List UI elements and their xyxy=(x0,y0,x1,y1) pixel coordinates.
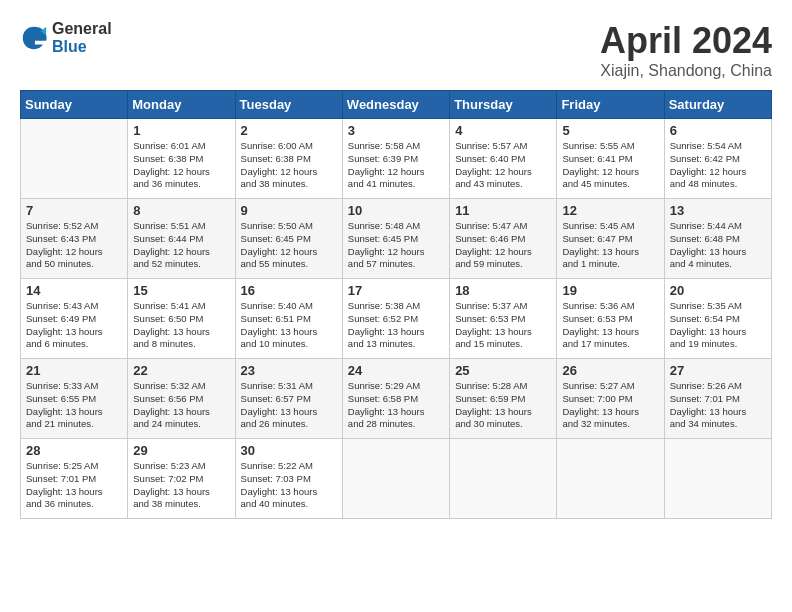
calendar-cell xyxy=(557,439,664,519)
page-header: General Blue April 2024 Xiajin, Shandong… xyxy=(20,20,772,80)
day-info: Sunrise: 5:52 AM Sunset: 6:43 PM Dayligh… xyxy=(26,220,122,271)
calendar-cell: 7Sunrise: 5:52 AM Sunset: 6:43 PM Daylig… xyxy=(21,199,128,279)
day-number: 1 xyxy=(133,123,229,138)
calendar-week-3: 14Sunrise: 5:43 AM Sunset: 6:49 PM Dayli… xyxy=(21,279,772,359)
calendar-cell: 9Sunrise: 5:50 AM Sunset: 6:45 PM Daylig… xyxy=(235,199,342,279)
day-number: 20 xyxy=(670,283,766,298)
calendar-cell: 30Sunrise: 5:22 AM Sunset: 7:03 PM Dayli… xyxy=(235,439,342,519)
day-number: 19 xyxy=(562,283,658,298)
logo-text: General Blue xyxy=(52,20,112,55)
day-number: 4 xyxy=(455,123,551,138)
calendar-cell: 13Sunrise: 5:44 AM Sunset: 6:48 PM Dayli… xyxy=(664,199,771,279)
day-info: Sunrise: 5:33 AM Sunset: 6:55 PM Dayligh… xyxy=(26,380,122,431)
day-number: 12 xyxy=(562,203,658,218)
day-header-thursday: Thursday xyxy=(450,91,557,119)
day-header-tuesday: Tuesday xyxy=(235,91,342,119)
day-number: 25 xyxy=(455,363,551,378)
day-info: Sunrise: 5:45 AM Sunset: 6:47 PM Dayligh… xyxy=(562,220,658,271)
day-number: 11 xyxy=(455,203,551,218)
day-number: 15 xyxy=(133,283,229,298)
calendar-cell: 10Sunrise: 5:48 AM Sunset: 6:45 PM Dayli… xyxy=(342,199,449,279)
day-info: Sunrise: 5:43 AM Sunset: 6:49 PM Dayligh… xyxy=(26,300,122,351)
location-subtitle: Xiajin, Shandong, China xyxy=(600,62,772,80)
calendar-cell: 19Sunrise: 5:36 AM Sunset: 6:53 PM Dayli… xyxy=(557,279,664,359)
day-number: 18 xyxy=(455,283,551,298)
calendar-cell: 17Sunrise: 5:38 AM Sunset: 6:52 PM Dayli… xyxy=(342,279,449,359)
logo-general: General xyxy=(52,20,112,38)
day-info: Sunrise: 5:38 AM Sunset: 6:52 PM Dayligh… xyxy=(348,300,444,351)
day-number: 5 xyxy=(562,123,658,138)
calendar-cell xyxy=(342,439,449,519)
day-info: Sunrise: 5:41 AM Sunset: 6:50 PM Dayligh… xyxy=(133,300,229,351)
calendar-cell: 6Sunrise: 5:54 AM Sunset: 6:42 PM Daylig… xyxy=(664,119,771,199)
calendar-cell: 27Sunrise: 5:26 AM Sunset: 7:01 PM Dayli… xyxy=(664,359,771,439)
calendar-cell: 15Sunrise: 5:41 AM Sunset: 6:50 PM Dayli… xyxy=(128,279,235,359)
day-number: 27 xyxy=(670,363,766,378)
calendar-week-5: 28Sunrise: 5:25 AM Sunset: 7:01 PM Dayli… xyxy=(21,439,772,519)
day-header-sunday: Sunday xyxy=(21,91,128,119)
logo-blue: Blue xyxy=(52,38,112,56)
calendar-cell: 29Sunrise: 5:23 AM Sunset: 7:02 PM Dayli… xyxy=(128,439,235,519)
calendar-cell xyxy=(21,119,128,199)
day-info: Sunrise: 5:35 AM Sunset: 6:54 PM Dayligh… xyxy=(670,300,766,351)
calendar-header-row: SundayMondayTuesdayWednesdayThursdayFrid… xyxy=(21,91,772,119)
day-info: Sunrise: 5:32 AM Sunset: 6:56 PM Dayligh… xyxy=(133,380,229,431)
day-number: 14 xyxy=(26,283,122,298)
day-number: 6 xyxy=(670,123,766,138)
calendar-cell: 25Sunrise: 5:28 AM Sunset: 6:59 PM Dayli… xyxy=(450,359,557,439)
calendar-cell: 23Sunrise: 5:31 AM Sunset: 6:57 PM Dayli… xyxy=(235,359,342,439)
day-number: 7 xyxy=(26,203,122,218)
calendar-cell: 21Sunrise: 5:33 AM Sunset: 6:55 PM Dayli… xyxy=(21,359,128,439)
day-info: Sunrise: 5:23 AM Sunset: 7:02 PM Dayligh… xyxy=(133,460,229,511)
title-block: April 2024 Xiajin, Shandong, China xyxy=(600,20,772,80)
day-info: Sunrise: 5:36 AM Sunset: 6:53 PM Dayligh… xyxy=(562,300,658,351)
day-number: 9 xyxy=(241,203,337,218)
day-info: Sunrise: 5:29 AM Sunset: 6:58 PM Dayligh… xyxy=(348,380,444,431)
day-info: Sunrise: 5:27 AM Sunset: 7:00 PM Dayligh… xyxy=(562,380,658,431)
calendar-cell: 5Sunrise: 5:55 AM Sunset: 6:41 PM Daylig… xyxy=(557,119,664,199)
day-info: Sunrise: 5:57 AM Sunset: 6:40 PM Dayligh… xyxy=(455,140,551,191)
calendar-cell: 3Sunrise: 5:58 AM Sunset: 6:39 PM Daylig… xyxy=(342,119,449,199)
day-info: Sunrise: 5:28 AM Sunset: 6:59 PM Dayligh… xyxy=(455,380,551,431)
day-info: Sunrise: 5:37 AM Sunset: 6:53 PM Dayligh… xyxy=(455,300,551,351)
calendar-cell: 26Sunrise: 5:27 AM Sunset: 7:00 PM Dayli… xyxy=(557,359,664,439)
month-title: April 2024 xyxy=(600,20,772,62)
day-number: 16 xyxy=(241,283,337,298)
day-number: 29 xyxy=(133,443,229,458)
day-info: Sunrise: 6:01 AM Sunset: 6:38 PM Dayligh… xyxy=(133,140,229,191)
calendar-week-4: 21Sunrise: 5:33 AM Sunset: 6:55 PM Dayli… xyxy=(21,359,772,439)
day-info: Sunrise: 5:26 AM Sunset: 7:01 PM Dayligh… xyxy=(670,380,766,431)
logo: General Blue xyxy=(20,20,112,55)
day-number: 23 xyxy=(241,363,337,378)
calendar-cell: 22Sunrise: 5:32 AM Sunset: 6:56 PM Dayli… xyxy=(128,359,235,439)
calendar-cell xyxy=(664,439,771,519)
day-info: Sunrise: 5:40 AM Sunset: 6:51 PM Dayligh… xyxy=(241,300,337,351)
day-info: Sunrise: 6:00 AM Sunset: 6:38 PM Dayligh… xyxy=(241,140,337,191)
calendar-cell: 16Sunrise: 5:40 AM Sunset: 6:51 PM Dayli… xyxy=(235,279,342,359)
day-header-saturday: Saturday xyxy=(664,91,771,119)
calendar-cell: 2Sunrise: 6:00 AM Sunset: 6:38 PM Daylig… xyxy=(235,119,342,199)
day-info: Sunrise: 5:50 AM Sunset: 6:45 PM Dayligh… xyxy=(241,220,337,271)
calendar-cell: 4Sunrise: 5:57 AM Sunset: 6:40 PM Daylig… xyxy=(450,119,557,199)
calendar-cell: 8Sunrise: 5:51 AM Sunset: 6:44 PM Daylig… xyxy=(128,199,235,279)
calendar-cell: 20Sunrise: 5:35 AM Sunset: 6:54 PM Dayli… xyxy=(664,279,771,359)
day-number: 2 xyxy=(241,123,337,138)
calendar-cell: 24Sunrise: 5:29 AM Sunset: 6:58 PM Dayli… xyxy=(342,359,449,439)
day-number: 17 xyxy=(348,283,444,298)
day-info: Sunrise: 5:58 AM Sunset: 6:39 PM Dayligh… xyxy=(348,140,444,191)
calendar-week-2: 7Sunrise: 5:52 AM Sunset: 6:43 PM Daylig… xyxy=(21,199,772,279)
day-number: 22 xyxy=(133,363,229,378)
day-number: 28 xyxy=(26,443,122,458)
day-number: 10 xyxy=(348,203,444,218)
calendar-cell: 14Sunrise: 5:43 AM Sunset: 6:49 PM Dayli… xyxy=(21,279,128,359)
calendar-cell: 11Sunrise: 5:47 AM Sunset: 6:46 PM Dayli… xyxy=(450,199,557,279)
calendar-cell xyxy=(450,439,557,519)
calendar-table: SundayMondayTuesdayWednesdayThursdayFrid… xyxy=(20,90,772,519)
calendar-week-1: 1Sunrise: 6:01 AM Sunset: 6:38 PM Daylig… xyxy=(21,119,772,199)
logo-icon xyxy=(20,24,48,52)
calendar-cell: 28Sunrise: 5:25 AM Sunset: 7:01 PM Dayli… xyxy=(21,439,128,519)
day-info: Sunrise: 5:51 AM Sunset: 6:44 PM Dayligh… xyxy=(133,220,229,271)
day-info: Sunrise: 5:54 AM Sunset: 6:42 PM Dayligh… xyxy=(670,140,766,191)
day-number: 26 xyxy=(562,363,658,378)
day-info: Sunrise: 5:25 AM Sunset: 7:01 PM Dayligh… xyxy=(26,460,122,511)
